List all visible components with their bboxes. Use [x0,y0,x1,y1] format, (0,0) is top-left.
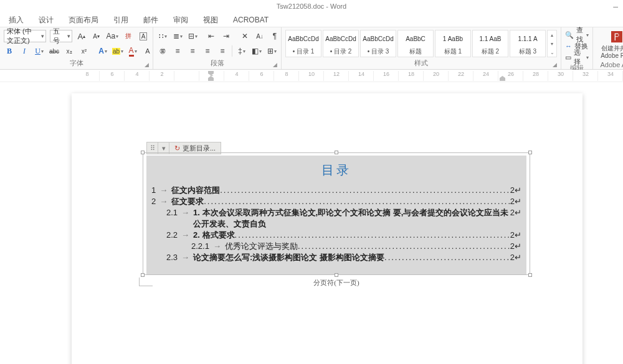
ribbon-tab-插入[interactable]: 插入 [1,12,31,27]
superscript-button[interactable]: x² [78,45,90,57]
italic-button[interactable]: I [19,45,30,57]
toc-entry[interactable]: 2.2.1→优秀论文评选与奖励.........................… [146,241,526,252]
ribbon-tab-设计[interactable]: 设计 [31,12,61,27]
toc-entry[interactable]: 1→征文内容范围................................… [146,185,526,196]
editing-group: 🔍查找▾ ↔替换 ▭选择▾ 编辑 [561,27,593,69]
change-case-button[interactable]: Aa▾ [106,30,119,42]
ribbon-tab-视图[interactable]: 视图 [196,12,226,27]
ribbon-tab-引用[interactable]: 引用 [106,12,136,27]
adobe-group: 🅿 创建并共享Adobe PDF Adobe Ac [593,27,623,69]
toc-entry-number: 2.2 [166,230,178,241]
font-name-value: 宋体 (中文正文) [7,27,37,45]
style-name: 标题 3 [510,47,545,57]
ltr-button[interactable]: ✕ [239,30,250,42]
style-item[interactable]: 1 AaBb标题 1 [435,30,471,57]
select-button[interactable]: ▭选择▾ [565,52,589,62]
ruler[interactable]: 8642246810121416182022242628303234363840… [0,70,623,82]
find-button[interactable]: 🔍查找▾ [565,30,589,40]
show-marks-button[interactable]: ¶ [269,30,280,42]
style-item[interactable]: AaBbCcDd• 目录 3 [360,30,396,57]
decrease-indent-button[interactable]: ⇤ [206,30,217,42]
font-color-button[interactable]: A▾ [127,45,138,57]
toc-entry-text: 论文摘要怎么写:浅谈摄影构图论文 摄影构图论文摘要 [193,252,384,263]
style-name: • 目录 2 [323,47,358,57]
char-border-button[interactable]: A [138,30,149,42]
tab-arrow-icon: → [209,241,225,252]
toc-entry-number: 2.3 [166,252,178,263]
shrink-font-button[interactable]: A▾ [91,30,102,42]
toc-title: 目录 [146,159,526,185]
ribbon-tab-审阅[interactable]: 审阅 [166,12,196,27]
ribbon-tab-ACROBAT[interactable]: ACROBAT [226,12,276,27]
toc-entry-page: 2↵ [510,185,521,196]
toc-entry-number: 2 [151,196,156,207]
style-name: 标题 [398,47,433,57]
toc-entry-text: 征文内容范围 [171,185,220,196]
gallery-row-up[interactable]: ▴ [548,30,556,39]
subscript-button[interactable]: x₂ [64,45,75,57]
align-left-button[interactable]: ≡ [157,45,168,57]
toc-entry[interactable]: 2.2→2. 格式要求.............................… [146,230,526,241]
gallery-more-button[interactable]: ⌄ [548,48,556,57]
underline-button[interactable]: U▾ [34,45,45,57]
toc-entry[interactable]: 2.1→1. 本次会议采取两种方式征集论文,即论文个文和论文摘 要,与会者提交的… [146,207,526,230]
multilevel-button[interactable]: ⊟▾ [187,30,198,42]
style-item[interactable]: AaBbC标题 [397,30,434,57]
horizontal-ruler[interactable]: 8642246810121416182022242628303234363840… [75,71,623,81]
toc-entry[interactable]: 2→征文要求..................................… [146,196,526,207]
ribbon-tab-邮件[interactable]: 邮件 [136,12,166,27]
ribbon-tabs: 插入设计页面布局引用邮件审阅视图ACROBAT [0,12,623,27]
paragraph-dialog-launcher[interactable]: ◢ [273,62,277,68]
tab-arrow-icon: → [156,185,171,196]
font-dialog-launcher[interactable]: ◢ [145,62,149,68]
styles-group: AaBbCcDd• 目录 1AaBbCcDd• 目录 2AaBbCcDd• 目录… [282,27,561,69]
page: ⠿ ▾ ↻ 更新目录... 目录 1→征文内容范围...............… [72,93,583,364]
toc-leader: ........................................… [235,230,510,241]
strike-button[interactable]: abc [49,45,60,57]
font-size-combo[interactable]: 五号▾ [50,30,72,42]
tab-arrow-icon: → [178,252,193,263]
refresh-icon: ↻ [174,144,180,152]
distribute-button[interactable]: ≡ [217,45,228,57]
highlight-button[interactable]: ab▾ [112,45,123,57]
style-item[interactable]: 1.1.1 A标题 3 [510,30,546,57]
phonetic-guide-button[interactable]: 拼 [123,30,134,42]
shading-button[interactable]: ◧▾ [251,45,262,57]
justify-button[interactable]: ≡ [202,45,213,57]
font-name-combo[interactable]: 宋体 (中文正文)▾ [4,30,46,42]
toc-entry-text: 1. 本次会议采取两种方式征集论文,即论文个文和论文摘 要,与会者提交的会议论文… [193,207,510,230]
toc-entry-text: 征文要求 [171,196,204,207]
bullets-button[interactable]: ∷▾ [157,30,168,42]
align-center-button[interactable]: ≡ [172,45,183,57]
style-item[interactable]: AaBbCcDd• 目录 2 [323,30,359,57]
align-right-button[interactable]: ≡ [187,45,198,57]
toc-update-label: 更新目录... [183,144,216,153]
style-item[interactable]: AaBbCcDd• 目录 1 [285,30,321,57]
char-shading-button[interactable]: A [142,45,153,57]
style-item[interactable]: 1.1 AaB标题 2 [472,30,508,57]
line-spacing-button[interactable]: ‡▾ [236,45,247,57]
create-share-pdf-button[interactable]: 🅿 创建并共享Adobe PDF [597,30,623,60]
pdf-icon: 🅿 [609,30,623,45]
ribbon-tab-页面布局[interactable]: 页面布局 [61,12,106,27]
bold-button[interactable]: B [4,45,15,57]
borders-button[interactable]: ⊞▾ [266,45,277,57]
tab-arrow-icon: → [156,196,171,207]
toc-leader: ........................................… [220,185,510,196]
increase-indent-button[interactable]: ⇥ [221,30,232,42]
sort-button[interactable]: A↓ [254,30,265,42]
styles-dialog-launcher[interactable]: ◢ [553,62,557,68]
numbering-button[interactable]: ≣▾ [172,30,183,42]
font-group-label: 字体 [70,59,83,67]
paragraph-group-label: 段落 [211,59,224,67]
grow-font-button[interactable]: A▴ [76,30,87,42]
minimize-button[interactable]: – [613,0,618,12]
toc-entry[interactable]: 2.3→论文摘要怎么写:浅谈摄影构图论文 摄影构图论文摘要...........… [146,252,526,263]
style-preview: 1.1 AaB [473,30,508,47]
toc-field[interactable]: 目录 1→征文内容范围.............................… [146,156,526,287]
adobe-group-label: Adobe Ac [597,60,623,68]
toc-leader: ........................................… [384,252,510,263]
gallery-row-down[interactable]: ▾ [548,39,556,48]
tab-arrow-icon: → [178,230,193,241]
text-effects-button[interactable]: A▾ [97,45,108,57]
